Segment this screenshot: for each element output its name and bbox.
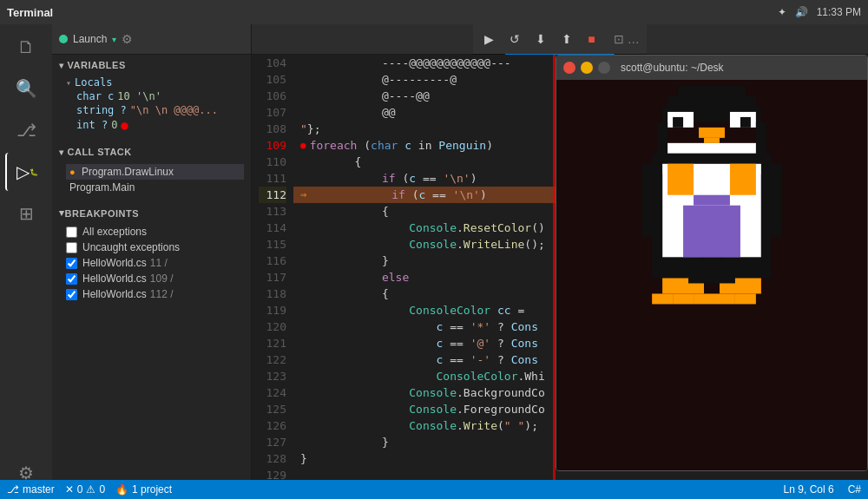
step-out-button[interactable]: ⬆ [557, 30, 576, 48]
active-frame-icon: ● [69, 167, 76, 177]
svg-rect-10 [657, 121, 667, 153]
svg-rect-23 [730, 163, 756, 194]
breakpoints-content: All exceptions Uncaught exceptions Hello… [52, 224, 251, 302]
svg-rect-20 [652, 174, 662, 257]
var-char-c: char c 10 '\n' [66, 89, 244, 103]
penguin-art [626, 86, 798, 465]
bp-uncaught-exceptions: Uncaught exceptions [52, 240, 251, 255]
system-icons: ✦ 🔊 11:33 PM [778, 6, 861, 18]
variables-section-header[interactable]: ▾ VARIABLES [52, 55, 251, 76]
arrow-marker-112: ⇒ [300, 187, 306, 203]
cursor-position[interactable]: Ln 9, Col 6 [784, 483, 834, 496]
app-title: Terminal [7, 6, 53, 19]
line-numbers: 104 105 106 107 108 109 110 111 112 113 … [252, 55, 293, 480]
bluetooth-icon: ✦ [778, 6, 786, 18]
bp-marker-109: ● [300, 137, 306, 154]
editor-more-button[interactable]: … [628, 32, 640, 46]
call-stack-item-drawlinux-label: Program.DrawLinux [82, 166, 174, 178]
bp-all-exceptions: All exceptions [52, 224, 251, 240]
locals-group: ▾ Locals char c 10 '\n' string ? "\n \n … [66, 76, 244, 133]
statusbar-right: Ln 9, Col 6 C# [784, 483, 861, 496]
extensions-icon[interactable]: ⊞ [5, 194, 47, 233]
split-editor-button[interactable]: ⊡ [614, 32, 624, 46]
bp-all-exceptions-checkbox[interactable] [66, 227, 77, 238]
breakpoints-label: BREAKPOINTS [65, 208, 140, 219]
locals-header[interactable]: ▾ Locals [66, 76, 244, 89]
bp-helloworld-11-checkbox[interactable] [66, 258, 77, 269]
git-branch[interactable]: ⎇ master [7, 483, 55, 496]
bp-helloworld-112-checkbox[interactable] [66, 289, 77, 300]
fire-icon: 🔥 [115, 483, 128, 496]
svg-rect-2 [667, 95, 756, 106]
var-int-name: int ? [76, 119, 108, 131]
svg-rect-21 [761, 174, 772, 257]
errors-count[interactable]: ✕ 0 ⚠ 0 [65, 483, 105, 496]
bp-uncaught-exceptions-label: Uncaught exceptions [82, 241, 180, 253]
var-int: int ? 0 ● [66, 117, 244, 133]
bp-helloworld-112: HelloWorld.cs 112 / [52, 286, 251, 302]
terminal-overlay: scott@ubuntu: ~/Desk [556, 55, 868, 471]
activity-bar: 🗋 🔍 ⎇ ▷🐛 ⊞ ⚙ [0, 24, 52, 499]
locals-arrow: ▾ [66, 78, 71, 88]
volume-icon: 🔊 [795, 6, 808, 18]
fire-item: 🔥 1 project [115, 483, 172, 496]
step-into-button[interactable]: ⬇ [531, 30, 550, 48]
debug-toolbar: Launch ▾ ⚙ [52, 24, 251, 55]
terminal-titlebar: scott@ubuntu: ~/Desk [556, 56, 867, 80]
variables-arrow: ▾ [59, 61, 64, 70]
gear-icon[interactable]: ⚙ [122, 32, 133, 46]
terminal-minimize-button[interactable] [581, 62, 593, 74]
statusbar: ⎇ master ✕ 0 ⚠ 0 🔥 1 project Ln 9, Col 6… [0, 480, 868, 499]
launch-dropdown-arrow[interactable]: ▾ [112, 35, 116, 44]
svg-rect-9 [704, 137, 720, 142]
call-stack-content: ● Program.DrawLinux Program.Main [52, 162, 251, 202]
call-stack-label: CALL STACK [68, 147, 132, 157]
editor-header: ▶ ↺ ⬇ ⬆ ■ ⊡ … HelloWorld.cs / × [252, 24, 868, 55]
errors-label: 0 [77, 483, 83, 496]
svg-rect-13 [652, 153, 772, 163]
svg-rect-11 [756, 121, 766, 153]
terminal-title: scott@ubuntu: ~/Desk [621, 62, 724, 74]
svg-rect-29 [694, 293, 714, 304]
variables-content: ▾ Locals char c 10 '\n' string ? "\n \n … [52, 76, 251, 141]
bp-helloworld-109-checkbox[interactable] [66, 273, 77, 285]
language-mode[interactable]: C# [848, 483, 861, 496]
terminal-expand-button[interactable] [598, 62, 610, 74]
call-stack-item-main-label: Program.Main [69, 181, 135, 194]
terminal-body [556, 80, 867, 470]
svg-rect-31 [735, 293, 756, 304]
search-icon[interactable]: 🔍 [5, 69, 47, 108]
terminal-close-button[interactable] [563, 62, 575, 74]
svg-rect-22 [667, 163, 694, 194]
continue-button[interactable]: ▶ [480, 30, 498, 48]
var-string: string ? "\n \n @@@@... [66, 103, 244, 117]
svg-rect-6 [673, 116, 683, 127]
svg-rect-12 [667, 142, 756, 153]
svg-rect-8 [699, 127, 725, 137]
clock: 11:33 PM [817, 6, 861, 18]
svg-rect-17 [683, 205, 740, 257]
step-over-button[interactable]: ↺ [505, 30, 524, 48]
svg-rect-30 [714, 293, 735, 304]
git-icon[interactable]: ⎇ [5, 111, 47, 149]
call-stack-arrow: ▾ [59, 148, 64, 157]
svg-rect-18 [694, 194, 730, 205]
bp-helloworld-11-file: HelloWorld.cs [82, 257, 147, 269]
call-stack-section-header[interactable]: ▾ CALL STACK [52, 141, 251, 162]
call-stack-item-main[interactable]: Program.Main [66, 180, 244, 195]
files-icon[interactable]: 🗋 [5, 28, 47, 66]
breakpoints-section-header[interactable]: ▾ BREAKPOINTS [52, 202, 251, 224]
bp-all-exceptions-label: All exceptions [82, 226, 147, 238]
bp-uncaught-exceptions-checkbox[interactable] [66, 242, 77, 253]
var-string-value: "\n \n @@@@... [130, 104, 218, 116]
svg-rect-7 [740, 116, 751, 127]
editor-content: 104 105 106 107 108 109 110 111 112 113 … [252, 55, 868, 480]
git-branch-icon: ⎇ [7, 483, 19, 496]
call-stack-item-drawlinux[interactable]: ● Program.DrawLinux [66, 164, 244, 180]
svg-rect-1 [678, 86, 746, 96]
stop-button[interactable]: ■ [583, 30, 599, 48]
debug-icon[interactable]: ▷🐛 [5, 153, 47, 191]
var-char-c-value: 10 '\n' [117, 90, 161, 102]
variables-label: VARIABLES [68, 60, 126, 70]
topbar: Terminal ✦ 🔊 11:33 PM [0, 0, 868, 24]
